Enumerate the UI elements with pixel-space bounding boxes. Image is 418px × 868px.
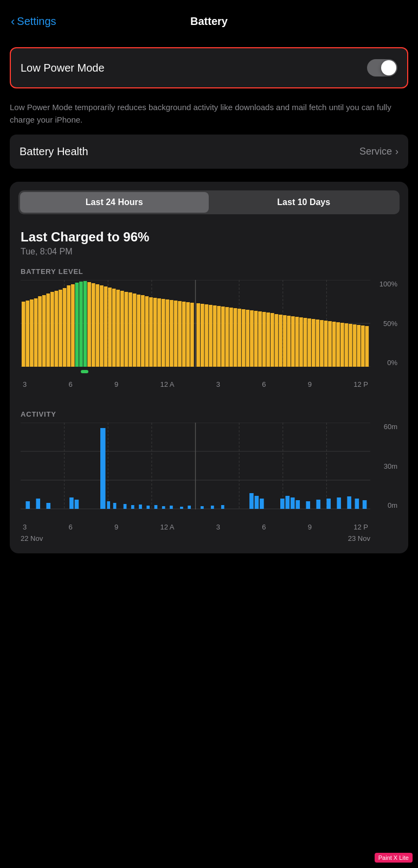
svg-rect-89	[345, 323, 349, 367]
svg-rect-127	[249, 493, 254, 509]
svg-rect-41	[145, 296, 149, 367]
svg-rect-82	[316, 320, 319, 367]
activity-section: ACTIVITY 60m 30m 0m	[10, 401, 408, 542]
svg-rect-111	[75, 500, 79, 509]
svg-rect-66	[250, 310, 254, 367]
segmented-control[interactable]: Last 24 Hours Last 10 Days	[18, 190, 400, 214]
y-act-30m: 30m	[372, 462, 397, 470]
page-title: Battery	[190, 15, 228, 28]
svg-rect-60	[226, 307, 229, 367]
svg-rect-134	[306, 501, 310, 509]
svg-rect-22	[67, 285, 70, 367]
svg-rect-140	[363, 500, 367, 509]
chevron-right-icon: ›	[395, 146, 398, 157]
svg-rect-16	[42, 295, 46, 367]
svg-rect-108	[36, 499, 40, 509]
act-x-3pm: 3	[216, 523, 220, 531]
svg-rect-88	[340, 323, 344, 367]
svg-rect-43	[153, 298, 157, 367]
svg-rect-15	[38, 296, 42, 367]
svg-rect-65	[246, 310, 249, 367]
y-label-100: 100%	[372, 280, 397, 288]
svg-rect-13	[30, 299, 34, 367]
svg-rect-121	[170, 506, 173, 509]
svg-rect-32	[108, 288, 112, 367]
battery-x-axis: 3 6 9 12 A 3 6 9 12 P	[21, 380, 370, 388]
svg-rect-40	[141, 295, 145, 367]
x-label-6am: 6	[68, 380, 72, 388]
svg-rect-117	[139, 505, 142, 509]
svg-rect-114	[113, 503, 117, 509]
tab-last-10-days[interactable]: Last 10 Days	[210, 192, 398, 213]
battery-health-row[interactable]: Battery Health Service ›	[10, 135, 408, 169]
svg-rect-59	[221, 307, 225, 367]
svg-rect-69	[262, 312, 266, 367]
svg-rect-71	[271, 313, 274, 367]
svg-rect-63	[237, 309, 241, 367]
activity-chart-svg	[21, 423, 370, 509]
svg-rect-123	[188, 506, 191, 509]
activity-label: ACTIVITY	[21, 410, 397, 418]
date-right: 23 Nov	[348, 534, 370, 542]
battery-health-right: Service ›	[359, 146, 398, 157]
svg-rect-85	[328, 321, 332, 367]
svg-rect-11	[22, 302, 25, 367]
y-label-50: 50%	[372, 320, 397, 328]
svg-rect-24	[75, 283, 79, 367]
tab-last-24-hours[interactable]: Last 24 Hours	[20, 192, 209, 213]
svg-rect-84	[324, 321, 328, 367]
svg-rect-37	[128, 292, 132, 367]
svg-rect-20	[59, 290, 62, 367]
svg-rect-54	[201, 304, 204, 367]
svg-rect-35	[120, 291, 124, 367]
svg-rect-78	[299, 317, 303, 367]
svg-rect-70	[266, 312, 270, 367]
svg-rect-75	[287, 316, 291, 367]
svg-rect-47	[170, 300, 173, 367]
svg-rect-94	[365, 326, 369, 367]
back-chevron-icon: ‹	[11, 15, 15, 29]
svg-rect-81	[312, 319, 316, 367]
svg-rect-125	[211, 506, 214, 509]
svg-rect-53	[196, 303, 200, 367]
battery-chart-svg	[21, 280, 370, 367]
charge-info: Last Charged to 96% Tue, 8:04 PM	[10, 223, 408, 259]
svg-rect-113	[107, 501, 110, 509]
svg-rect-76	[291, 316, 295, 367]
svg-rect-126	[221, 505, 224, 509]
low-power-row[interactable]: Low Power Mode	[10, 47, 408, 88]
act-x-6am: 6	[68, 523, 72, 531]
svg-rect-109	[46, 503, 50, 509]
svg-rect-129	[260, 499, 264, 509]
svg-rect-73	[279, 315, 282, 367]
act-x-6pm: 6	[262, 523, 266, 531]
svg-rect-92	[357, 325, 361, 367]
act-x-9am: 9	[114, 523, 118, 531]
svg-rect-14	[34, 298, 38, 367]
svg-rect-110	[69, 497, 74, 509]
y-act-0m: 0m	[372, 501, 397, 509]
svg-rect-133	[295, 500, 300, 509]
svg-rect-57	[213, 305, 217, 367]
svg-rect-72	[275, 314, 279, 367]
back-label: Settings	[17, 15, 56, 28]
date-left: 22 Nov	[21, 534, 43, 542]
low-power-label: Low Power Mode	[21, 62, 105, 74]
x-label-9pm: 9	[308, 380, 312, 388]
back-button[interactable]: ‹ Settings	[11, 15, 56, 29]
svg-rect-50	[182, 302, 186, 367]
date-labels: 22 Nov 23 Nov	[21, 534, 397, 542]
activity-x-axis: 3 6 9 12 A 3 6 9 12 P	[21, 523, 370, 531]
svg-rect-139	[355, 499, 359, 509]
x-label-6pm: 6	[262, 380, 266, 388]
svg-rect-138	[347, 496, 351, 509]
svg-rect-93	[361, 326, 365, 367]
svg-rect-51	[186, 302, 190, 367]
svg-rect-79	[304, 318, 307, 367]
act-x-12p: 12 P	[353, 523, 368, 531]
low-power-toggle[interactable]	[367, 59, 397, 76]
svg-rect-21	[63, 288, 67, 367]
svg-rect-19	[55, 291, 59, 367]
svg-rect-128	[255, 496, 259, 509]
header: ‹ Settings Battery	[0, 0, 418, 39]
